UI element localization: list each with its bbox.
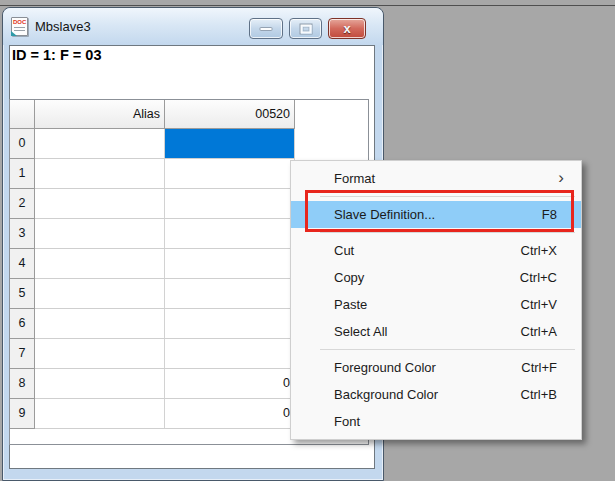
row-header[interactable]: 5 [10, 279, 35, 309]
alias-cell[interactable] [35, 159, 165, 189]
menu-separator [320, 196, 575, 197]
minimize-icon [260, 27, 273, 31]
row-header[interactable]: 9 [10, 399, 35, 429]
alias-cell[interactable] [35, 279, 165, 309]
menu-item-select-all[interactable]: Select All Ctrl+A [291, 318, 581, 345]
menu-item-slave-definition[interactable]: Slave Definition... F8 [291, 201, 581, 228]
menu-item-label: Format [334, 171, 375, 186]
value-cell[interactable] [165, 279, 295, 309]
menu-item-format[interactable]: Format › [291, 165, 581, 192]
grid-header-row: Alias 00520 [10, 100, 368, 129]
register-column-header[interactable]: 00520 [165, 100, 295, 129]
document-icon-label: DOC [13, 19, 26, 25]
minimize-button[interactable] [249, 18, 283, 39]
value-cell[interactable] [165, 249, 295, 279]
alias-cell[interactable] [35, 249, 165, 279]
title-bar[interactable]: DOC Mbslave3 x [3, 8, 383, 45]
menu-item-label: Select All [334, 324, 387, 339]
window-controls: x [249, 18, 366, 39]
menu-shortcut: Ctrl+A [521, 318, 557, 345]
row-header[interactable]: 8 [10, 369, 35, 399]
menu-item-label: Cut [334, 243, 354, 258]
value-cell-selected[interactable] [165, 129, 295, 159]
alias-cell[interactable] [35, 399, 165, 429]
alias-cell[interactable] [35, 339, 165, 369]
menu-item-label: Paste [334, 297, 367, 312]
menu-item-font[interactable]: Font [291, 408, 581, 435]
menu-shortcut: Ctrl+F [521, 354, 557, 381]
menu-shortcut: Ctrl+B [521, 381, 557, 408]
close-button[interactable]: x [328, 18, 366, 39]
menu-item-label: Font [334, 414, 360, 429]
menu-item-label: Background Color [334, 387, 438, 402]
row-header[interactable]: 7 [10, 339, 35, 369]
menu-shortcut: F8 [542, 201, 557, 228]
row-header[interactable]: 6 [10, 309, 35, 339]
parent-frame-edge [0, 5, 615, 6]
alias-cell[interactable] [35, 129, 165, 159]
alias-cell[interactable] [35, 369, 165, 399]
desktop-background: DOC Mbslave3 x ID = 1: F = 03 [0, 0, 615, 481]
menu-separator [320, 349, 575, 350]
alias-cell[interactable] [35, 189, 165, 219]
value-cell[interactable] [165, 219, 295, 249]
menu-separator [320, 232, 575, 233]
restore-button[interactable] [289, 18, 322, 39]
menu-shortcut: Ctrl+X [521, 237, 557, 264]
context-menu: Format › Slave Definition... F8 Cut Ctrl… [290, 160, 582, 440]
menu-item-label: Slave Definition... [334, 207, 435, 222]
menu-item-cut[interactable]: Cut Ctrl+X [291, 237, 581, 264]
row-header[interactable]: 0 [10, 129, 35, 159]
menu-item-paste[interactable]: Paste Ctrl+V [291, 291, 581, 318]
restore-icon [300, 24, 311, 33]
row-header[interactable]: 2 [10, 189, 35, 219]
row-header[interactable]: 4 [10, 249, 35, 279]
close-icon: x [329, 19, 365, 38]
menu-item-copy[interactable]: Copy Ctrl+C [291, 264, 581, 291]
window-title: Mbslave3 [35, 19, 91, 34]
row-header[interactable]: 3 [10, 219, 35, 249]
value-cell[interactable] [165, 189, 295, 219]
alias-cell[interactable] [35, 219, 165, 249]
menu-item-label: Foreground Color [334, 360, 436, 375]
table-row[interactable]: 0 [10, 129, 368, 159]
value-cell[interactable] [165, 339, 295, 369]
alias-cell[interactable] [35, 309, 165, 339]
value-cell[interactable] [165, 309, 295, 339]
value-cell[interactable]: 0 [165, 369, 295, 399]
row-header[interactable]: 1 [10, 159, 35, 189]
menu-item-background-color[interactable]: Background Color Ctrl+B [291, 381, 581, 408]
slave-status-line: ID = 1: F = 03 [10, 46, 374, 65]
grid-corner-header[interactable] [10, 100, 35, 129]
menu-item-label: Copy [334, 270, 364, 285]
value-cell[interactable]: 0 [165, 399, 295, 429]
menu-shortcut: Ctrl+V [521, 291, 557, 318]
value-cell[interactable] [165, 159, 295, 189]
header-filler [295, 100, 368, 129]
alias-column-header[interactable]: Alias [35, 100, 165, 129]
document-icon: DOC [11, 17, 28, 36]
chevron-right-icon: › [558, 165, 564, 191]
menu-shortcut: Ctrl+C [520, 264, 557, 291]
menu-item-foreground-color[interactable]: Foreground Color Ctrl+F [291, 354, 581, 381]
